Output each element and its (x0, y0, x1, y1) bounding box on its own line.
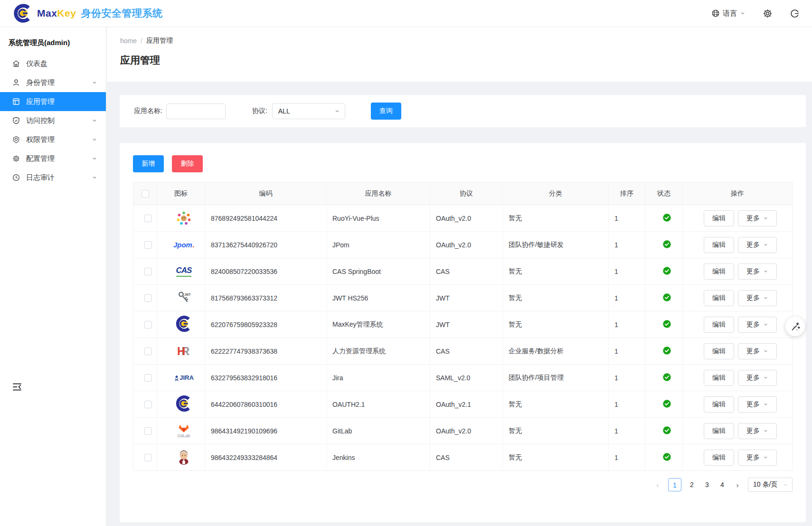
edit-button[interactable]: 编辑 (704, 290, 734, 306)
more-button[interactable]: 更多 (738, 450, 777, 466)
search-button[interactable]: 查询 (371, 103, 401, 120)
settings-gear-icon[interactable] (763, 9, 773, 19)
maxkey-app-icon (175, 394, 193, 413)
page-header: home / 应用管理 应用管理 (107, 27, 812, 82)
sidebar-item-apps[interactable]: 应用管理 (0, 92, 106, 111)
more-button[interactable]: 更多 (738, 423, 777, 439)
page-number-3[interactable]: 3 (702, 478, 712, 491)
row-checkbox[interactable] (144, 454, 152, 461)
row-checkbox[interactable] (144, 374, 152, 382)
app-name: Jira (327, 365, 430, 391)
row-checkbox[interactable] (144, 268, 152, 275)
table-row: Jpom.837136275440926720JPomOAuth_v2.0团队协… (133, 232, 793, 258)
more-button[interactable]: 更多 (738, 290, 777, 306)
table-row: CAS824008507220033536CAS SpringBootCAS暂无… (133, 258, 793, 285)
more-button[interactable]: 更多 (738, 210, 777, 226)
row-checkbox[interactable] (144, 215, 152, 222)
edit-button[interactable]: 编辑 (704, 210, 734, 226)
more-button[interactable]: 更多 (738, 370, 777, 386)
sidebar-item-audit[interactable]: 日志审计 (0, 168, 106, 187)
globe-icon (711, 9, 720, 18)
edit-button[interactable]: 编辑 (704, 450, 734, 466)
app-name-label: 应用名称: (134, 107, 162, 115)
sidebar-item-dashboard[interactable]: 仪表盘 (0, 54, 106, 73)
edit-button[interactable]: 编辑 (704, 423, 734, 439)
app-sort: 1 (609, 258, 645, 285)
more-button[interactable]: 更多 (738, 263, 777, 280)
language-switcher[interactable]: 语言 (711, 9, 746, 18)
shield-icon (12, 116, 20, 125)
app-sort: 1 (609, 391, 645, 418)
brand-name: MaxKey (37, 8, 76, 19)
add-button[interactable]: 新增 (133, 155, 164, 172)
edit-button[interactable]: 编辑 (704, 263, 734, 280)
sidebar-item-permission[interactable]: 权限管理 (0, 130, 106, 149)
app-protocol: SAML_v2.0 (430, 365, 503, 391)
app-category: 暂无 (503, 205, 609, 232)
app-name: 人力资源管理系统 (327, 338, 430, 365)
page-title: 应用管理 (120, 54, 812, 67)
row-checkbox[interactable] (144, 348, 152, 355)
app-category: 企业服务/数据分析 (503, 338, 609, 365)
chevron-down-icon (92, 118, 97, 123)
column-header-status: 状态 (645, 182, 683, 205)
chevron-down-icon (92, 156, 97, 161)
row-checkbox[interactable] (144, 321, 152, 329)
status-enabled-icon (663, 320, 671, 328)
sidebar-item-label: 访问控制 (26, 116, 92, 125)
maxkey-logo-icon (12, 3, 33, 24)
edit-button[interactable]: 编辑 (704, 343, 734, 359)
table-row: 876892492581044224RuoYi-Vue-PlusOAuth_v2… (133, 205, 793, 232)
more-button[interactable]: 更多 (738, 317, 777, 333)
edit-button[interactable]: 编辑 (704, 396, 734, 413)
more-button[interactable]: 更多 (738, 396, 777, 413)
sidebar-item-identity[interactable]: 身份管理 (0, 73, 106, 92)
status-enabled-icon (663, 240, 671, 248)
app-code: 986431492190109696 (205, 418, 327, 444)
page-number-4[interactable]: 4 (718, 478, 727, 491)
logout-icon[interactable] (790, 9, 800, 19)
floating-tool-button[interactable] (785, 317, 805, 336)
app-name-input[interactable] (166, 103, 226, 119)
row-checkbox[interactable] (144, 241, 152, 249)
status-enabled-icon (663, 373, 671, 381)
app-protocol: OAuth_v2.0 (430, 205, 503, 232)
chevron-down-icon (92, 80, 97, 85)
row-checkbox[interactable] (144, 401, 152, 408)
status-enabled-icon (663, 347, 671, 355)
more-button[interactable]: 更多 (738, 343, 777, 359)
svg-text:H: H (177, 345, 185, 357)
page-size-select[interactable]: 10 条/页 (748, 478, 793, 492)
chevron-down-icon (740, 10, 746, 16)
protocol-select[interactable]: ALL (272, 103, 345, 119)
table-row: 644220607860310016OAUTH2.1OAuth_v2.1暂无1编… (133, 391, 793, 418)
app-code: 837136275440926720 (205, 232, 327, 258)
sidebar-item-access[interactable]: 访问控制 (0, 111, 106, 130)
app-category: 暂无 (503, 285, 609, 311)
sidebar-menu: 仪表盘身份管理应用管理访问控制权限管理配置管理日志审计 (0, 54, 106, 187)
edit-button[interactable]: 编辑 (704, 237, 734, 253)
app-sort: 1 (609, 338, 645, 365)
sidebar-item-config[interactable]: 配置管理 (0, 149, 106, 168)
row-checkbox[interactable] (144, 427, 152, 435)
next-page-icon[interactable]: › (733, 481, 742, 489)
edit-button[interactable]: 编辑 (704, 370, 734, 386)
row-checkbox[interactable] (144, 294, 152, 302)
more-button[interactable]: 更多 (738, 237, 777, 253)
app-name: JWT HS256 (327, 285, 430, 311)
current-user-label: 系统管理员(admin) (0, 27, 106, 54)
edit-button[interactable]: 编辑 (704, 317, 734, 333)
select-all-checkbox[interactable] (142, 190, 149, 197)
table-panel: 新增 删除 图标 编码 应用名称 协议 分类 (120, 143, 806, 522)
jwt-app-icon: JWT (175, 289, 192, 307)
delete-button[interactable]: 删除 (172, 155, 203, 172)
collapse-sidebar-icon[interactable] (11, 381, 23, 393)
page-number-1[interactable]: 1 (668, 478, 681, 491)
app-protocol: JWT (430, 285, 503, 311)
chevron-down-icon (92, 137, 97, 142)
chevron-down-icon (92, 175, 97, 180)
page-number-2[interactable]: 2 (687, 478, 697, 491)
prev-page-icon[interactable]: ‹ (653, 481, 662, 489)
breadcrumb-home-link[interactable]: home (120, 37, 137, 45)
sidebar-item-label: 权限管理 (26, 135, 92, 144)
